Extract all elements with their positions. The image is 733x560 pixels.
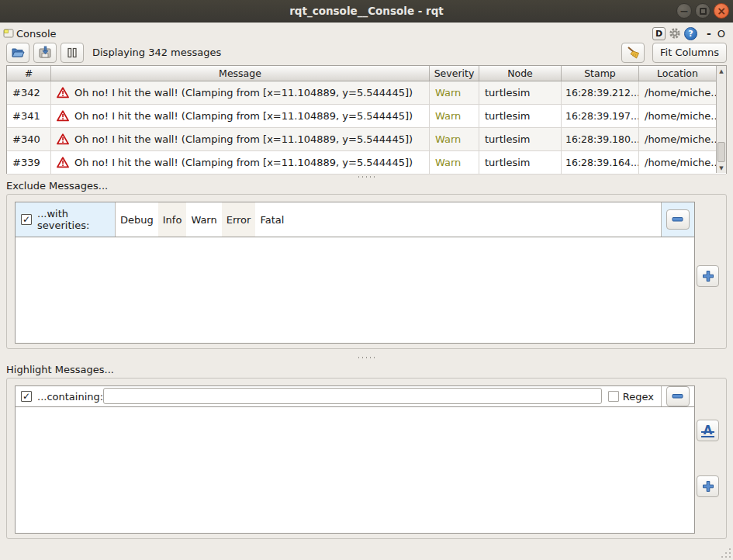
splitter-dots-icon xyxy=(357,357,377,358)
dock-d-label: D xyxy=(655,29,662,39)
containing-filter-label: ...containing: xyxy=(37,391,103,403)
add-exclude-filter-button[interactable] xyxy=(697,265,719,287)
containing-filter-cell: ✓ ...containing: xyxy=(16,386,99,406)
column-header-num[interactable]: # xyxy=(7,66,51,81)
message-text: Oh no! I hit the wall! (Clamping from [x… xyxy=(74,133,413,145)
cell-stamp: 16:28:39.212... xyxy=(562,81,639,104)
cell-node: turtlesim xyxy=(479,81,562,104)
severity-filter-checkbox[interactable]: ✓ xyxy=(21,214,32,225)
save-icon xyxy=(38,46,52,59)
dock-d-button[interactable]: D xyxy=(652,27,666,40)
severity-item-fatal[interactable]: Fatal xyxy=(255,202,289,237)
message-text: Oh no! I hit the wall! (Clamping from [x… xyxy=(74,157,413,168)
regex-option: Regex xyxy=(608,386,661,406)
highlight-filter-row[interactable]: ✓ ...containing: Regex xyxy=(16,386,694,407)
message-text: Oh no! I hit the wall! (Clamping from [x… xyxy=(74,87,413,99)
severity-item-info[interactable]: Info xyxy=(158,202,187,237)
cell-num: #339 xyxy=(7,151,51,174)
column-header-message[interactable]: Message xyxy=(51,66,430,81)
resize-grip[interactable] xyxy=(720,547,731,558)
dock-close-button[interactable]: O xyxy=(717,28,725,40)
cell-severity: Warn xyxy=(430,128,479,150)
cell-num: #340 xyxy=(7,128,51,150)
settings-gear-icon[interactable] xyxy=(669,27,681,40)
scroll-up-icon[interactable]: ▲ xyxy=(719,66,723,76)
severity-item-debug[interactable]: Debug xyxy=(116,202,158,237)
dock-title: Console xyxy=(16,28,57,40)
severity-list: Debug Info Warn Error Fatal xyxy=(116,202,661,237)
window-titlebar: rqt_console__Console - rqt − × xyxy=(0,0,733,22)
regex-checkbox[interactable] xyxy=(608,391,619,402)
warning-icon xyxy=(57,157,69,168)
exclude-severity-filter-cell: ✓ ...with severities: xyxy=(16,202,116,237)
plus-icon xyxy=(702,480,714,493)
pause-button[interactable] xyxy=(61,43,84,63)
severity-item-warn[interactable]: Warn xyxy=(186,202,221,237)
scroll-down-icon[interactable]: ▼ xyxy=(719,163,723,173)
severity-item-error[interactable]: Error xyxy=(222,202,256,237)
message-count-status: Displaying 342 messages xyxy=(92,47,221,58)
column-header-stamp[interactable]: Stamp xyxy=(562,66,639,81)
containing-filter-checkbox[interactable]: ✓ xyxy=(21,391,32,402)
minimize-icon: − xyxy=(679,5,689,16)
help-icon: ? xyxy=(688,29,693,39)
cell-node: turtlesim xyxy=(479,151,562,174)
containing-text-input[interactable] xyxy=(103,388,602,404)
cell-message: Oh no! I hit the wall! (Clamping from [x… xyxy=(51,105,430,127)
clear-messages-button[interactable] xyxy=(621,43,645,63)
cell-location: /home/miche... xyxy=(639,151,716,174)
message-text: Oh no! I hit the wall! (Clamping from [x… xyxy=(74,110,413,122)
open-folder-icon xyxy=(11,46,26,59)
splitter-dots-icon xyxy=(357,176,377,178)
exclude-section-label: Exclude Messages... xyxy=(6,180,108,192)
cell-message: Oh no! I hit the wall! (Clamping from [x… xyxy=(51,128,430,150)
highlight-a-icon: A xyxy=(704,425,713,437)
severity-filter-label: ...with severities: xyxy=(37,208,115,231)
splitter-handle[interactable] xyxy=(0,354,733,361)
exclude-minus-cell xyxy=(661,202,694,237)
console-icon xyxy=(3,28,15,39)
cell-severity: Warn xyxy=(430,105,479,127)
cell-message: Oh no! I hit the wall! (Clamping from [x… xyxy=(51,81,430,104)
scrollbar-thumb[interactable] xyxy=(717,142,725,162)
cell-location: /home/miche... xyxy=(639,105,716,127)
exclude-filter-row[interactable]: ✓ ...with severities: Debug Info Warn Er… xyxy=(16,202,694,237)
dock-float-button[interactable]: - xyxy=(707,27,711,40)
window-title: rqt_console__Console - rqt xyxy=(289,5,444,17)
save-messages-button[interactable] xyxy=(33,43,57,63)
splitter-handle[interactable] xyxy=(0,174,733,180)
toolbar-right: Fit Columns xyxy=(621,43,727,63)
toolbar: Displaying 342 messages Fit Columns xyxy=(6,42,727,63)
column-header-node[interactable]: Node xyxy=(479,66,562,81)
minus-icon xyxy=(672,393,684,399)
table-row[interactable]: #342 Oh no! I hit the wall! (Clamping fr… xyxy=(7,81,726,105)
help-button[interactable]: ? xyxy=(684,27,697,40)
remove-exclude-filter-button[interactable] xyxy=(666,209,690,230)
remove-highlight-filter-button[interactable] xyxy=(666,386,690,406)
plus-icon xyxy=(702,270,714,282)
exclude-filter-list: ✓ ...with severities: Debug Info Warn Er… xyxy=(15,202,695,344)
minimize-button[interactable]: − xyxy=(676,3,692,19)
exclude-group: ✓ ...with severities: Debug Info Warn Er… xyxy=(6,194,727,349)
fit-columns-button[interactable]: Fit Columns xyxy=(652,43,727,63)
message-table: # Message Severity Node Stamp Location #… xyxy=(6,65,727,174)
column-header-severity[interactable]: Severity xyxy=(430,66,479,81)
column-header-location[interactable]: Location xyxy=(639,66,716,81)
table-row[interactable]: #341 Oh no! I hit the wall! (Clamping fr… xyxy=(7,105,726,128)
table-row[interactable]: #340 Oh no! I hit the wall! (Clamping fr… xyxy=(7,128,726,151)
maximize-button[interactable] xyxy=(695,3,711,19)
cell-stamp: 16:28:39.197... xyxy=(562,105,639,127)
cell-node: turtlesim xyxy=(479,128,562,150)
cell-stamp: 16:28:39.180... xyxy=(562,128,639,150)
table-row[interactable]: #339 Oh no! I hit the wall! (Clamping fr… xyxy=(7,151,726,175)
highlight-mode-toggle-button[interactable]: A xyxy=(697,420,719,441)
cell-node: turtlesim xyxy=(479,105,562,127)
highlight-minus-cell xyxy=(661,386,694,406)
close-button[interactable]: × xyxy=(714,3,729,19)
table-vertical-scrollbar[interactable]: ▲ ▼ xyxy=(716,66,726,173)
window-controls: − × xyxy=(676,3,729,19)
add-highlight-filter-button[interactable] xyxy=(697,475,719,497)
maximize-icon xyxy=(700,8,707,15)
pause-icon xyxy=(67,47,78,58)
load-messages-button[interactable] xyxy=(6,43,29,63)
